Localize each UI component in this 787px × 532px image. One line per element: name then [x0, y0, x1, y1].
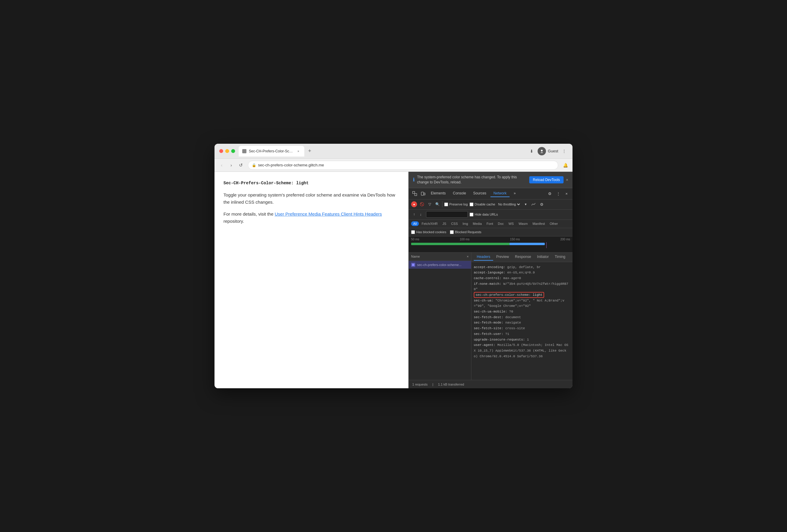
header-upgrade-insecure-requests: upgrade-insecure-requests: 1: [474, 337, 570, 342]
page-paragraph2-text: For more details, visit the: [224, 212, 274, 217]
filter-icon[interactable]: ▽: [427, 201, 432, 207]
blocked-requests-checkbox[interactable]: [450, 230, 454, 234]
devtools-statusbar: 1 requests | 1.1 kB transferred: [409, 380, 573, 388]
header-sec-ch-ua: sec-ch-ua: "Chromium";v="92", " Not A;Br…: [474, 298, 570, 309]
timeline-area: 50 ms 100 ms 150 ms 200 ms: [409, 237, 573, 252]
page-code-line: Sec-CH-Prefers-Color-Scheme: light: [224, 181, 400, 185]
tab-elements[interactable]: Elements: [428, 190, 449, 197]
tab-headers[interactable]: Headers: [474, 253, 493, 261]
type-filter-manifest[interactable]: Manifest: [530, 221, 547, 226]
has-blocked-cookies-label: Has blocked cookies: [411, 230, 446, 234]
element-picker-icon[interactable]: [411, 190, 418, 197]
search-icon[interactable]: 🔍: [434, 201, 440, 207]
notification-close-button[interactable]: ×: [566, 177, 568, 182]
type-filter-other[interactable]: Other: [548, 221, 560, 226]
header-sec-fetch-site: sec-fetch-site: cross-site: [474, 326, 570, 331]
lock-icon: 🔒: [252, 163, 256, 167]
forward-button[interactable]: ›: [228, 162, 235, 169]
headers-tabs: Headers Preview Response Initiator Timin: [471, 252, 573, 262]
type-filter-js[interactable]: JS: [440, 221, 448, 226]
tab-preview[interactable]: Preview: [493, 253, 512, 261]
minimize-traffic-light[interactable]: [225, 149, 229, 153]
disable-cache-checkbox[interactable]: [470, 202, 473, 206]
timeline-mark-200: 200 ms: [560, 238, 570, 241]
maximize-traffic-light[interactable]: [231, 149, 235, 153]
tab-close-button[interactable]: ×: [296, 149, 301, 154]
device-toolbar-icon[interactable]: [420, 190, 427, 197]
url-bar[interactable]: 🔒 sec-ch-prefers-color-scheme.glitch.me: [248, 161, 558, 170]
header-sec-fetch-user: sec-fetch-user: ?1: [474, 331, 570, 337]
throttle-select[interactable]: No throttling: [497, 202, 521, 206]
svg-rect-6: [412, 264, 414, 266]
header-sec-ch-prefers-color-scheme: sec-ch-prefers-color-scheme: light: [474, 292, 570, 298]
main-page: Sec-CH-Prefers-Color-Scheme: light Toggl…: [214, 172, 408, 388]
reload-button[interactable]: ↺: [237, 162, 244, 169]
svg-rect-4: [421, 192, 424, 195]
header-user-agent: user-agent: Mozilla/5.0 (Macintosh; Inte…: [474, 342, 570, 359]
network-settings-icon[interactable]: ⚙: [538, 201, 545, 208]
timeline-mark-50: 50 ms: [411, 238, 419, 241]
more-options-icon[interactable]: ⋮: [560, 148, 568, 155]
has-blocked-cookies-checkbox[interactable]: [411, 230, 415, 234]
downloads-icon[interactable]: ⬇: [528, 148, 535, 155]
export-button[interactable]: ↓: [418, 212, 424, 217]
page-link[interactable]: User Preference Media Features Client Hi…: [275, 212, 382, 217]
type-filter-all[interactable]: All: [411, 221, 419, 226]
blocked-requests-label: Blocked Requests: [450, 230, 482, 234]
devtools-close-icon[interactable]: ×: [563, 190, 570, 197]
tabs-area: Sec-CH-Prefers-Color-Schem... × +: [239, 146, 525, 157]
tab-favicon: [242, 149, 247, 153]
devtools-more-icon[interactable]: ⋮: [555, 190, 562, 197]
type-filter-img[interactable]: Img: [461, 221, 470, 226]
type-filter-fetch-xhr[interactable]: Fetch/XHR: [420, 221, 440, 226]
traffic-lights: [219, 149, 235, 153]
bookmark-icon[interactable]: 🔔: [562, 162, 569, 169]
reload-devtools-button[interactable]: Reload DevTools: [529, 176, 563, 183]
title-bar-right: ⬇ Guest ⋮: [528, 147, 568, 155]
tab-response[interactable]: Response: [512, 253, 534, 261]
type-filter-doc[interactable]: Doc: [496, 221, 506, 226]
title-bar: Sec-CH-Prefers-Color-Schem... × + ⬇ Gues…: [214, 144, 573, 159]
new-tab-button[interactable]: +: [305, 147, 314, 155]
type-filter-media[interactable]: Media: [471, 221, 484, 226]
tab-console[interactable]: Console: [450, 190, 469, 197]
page-paragraph2-end: repository.: [224, 219, 244, 224]
tab-timing[interactable]: Timing: [552, 253, 568, 261]
filter-area: Hide data URLs: [426, 211, 498, 218]
preserve-log-checkbox[interactable]: [444, 202, 448, 206]
url-text: sec-ch-prefers-color-scheme.glitch.me: [258, 163, 324, 167]
tab-more[interactable]: »: [511, 190, 519, 197]
hide-data-urls-checkbox[interactable]: [470, 213, 473, 217]
tab-network[interactable]: Network: [490, 190, 510, 197]
back-button[interactable]: ‹: [218, 162, 225, 169]
profile-icon[interactable]: [538, 147, 546, 155]
type-filter-ws[interactable]: WS: [506, 221, 516, 226]
request-list-header: Name ×: [409, 252, 471, 261]
header-sec-ch-ua-mobile: sec-ch-ua-mobile: ?0: [474, 309, 570, 315]
tab-initiator[interactable]: Initiator: [534, 253, 552, 261]
throttle-dropdown-icon[interactable]: ▾: [523, 201, 529, 207]
close-traffic-light[interactable]: [219, 149, 223, 153]
request-close-icon[interactable]: ×: [467, 255, 469, 258]
tab-sources[interactable]: Sources: [470, 190, 489, 197]
network-conditions-icon[interactable]: [530, 201, 536, 207]
address-bar: ‹ › ↺ 🔒 sec-ch-prefers-color-scheme.glit…: [214, 159, 573, 172]
request-item[interactable]: sec-ch-prefers-color-scheme...: [409, 261, 471, 269]
type-filter-font[interactable]: Font: [485, 221, 495, 226]
active-tab[interactable]: Sec-CH-Prefers-Color-Schem... ×: [239, 146, 304, 157]
type-filter-css[interactable]: CSS: [449, 221, 460, 226]
filter-input[interactable]: [426, 211, 468, 218]
timeline-bars: [411, 242, 570, 248]
timeline-blue-bar: [510, 243, 545, 245]
record-button[interactable]: ●: [411, 201, 417, 207]
settings-icon[interactable]: ⚙: [546, 190, 553, 197]
clear-icon[interactable]: 🚫: [419, 201, 425, 207]
devtools-panel-icons: [411, 190, 427, 197]
import-button[interactable]: ↑: [411, 212, 417, 217]
timeline-line: [546, 242, 547, 248]
status-separator: |: [432, 383, 433, 386]
type-filter-wasm[interactable]: Wasm: [516, 221, 530, 226]
request-list: Name × sec-ch-prefers-color-scheme...: [409, 252, 471, 380]
svg-rect-5: [424, 193, 425, 195]
svg-rect-2: [412, 192, 415, 194]
